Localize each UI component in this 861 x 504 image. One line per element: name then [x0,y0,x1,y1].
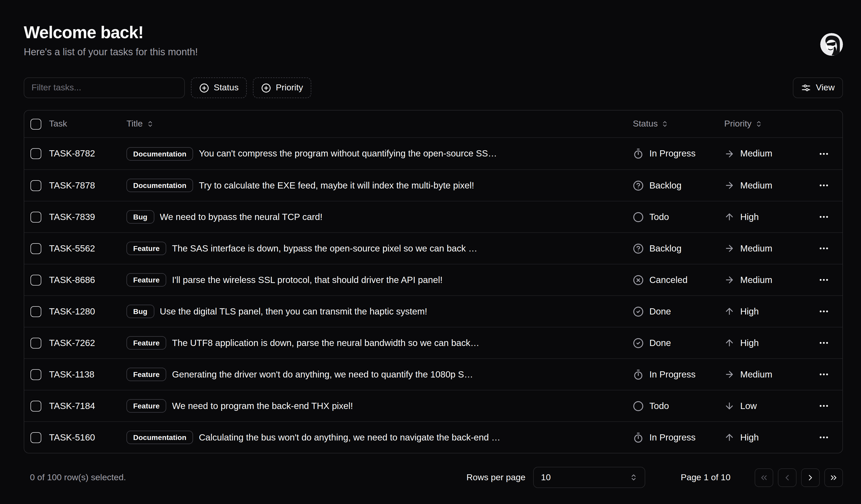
task-title: Try to calculate the EXE feed, maybe it … [199,180,474,191]
priority-label: High [740,338,759,348]
last-page-button[interactable] [824,468,843,487]
status-cell: Backlog [633,180,724,191]
table-row: TASK-7184 Feature We need to program the… [24,390,843,421]
row-checkbox[interactable] [30,338,41,348]
task-id: TASK-7839 [49,212,126,222]
row-checkbox[interactable] [30,180,41,191]
rows-per-page-label: Rows per page [466,472,525,482]
pagination-controls: Rows per page 10 Page 1 of 10 [466,467,843,488]
view-options-button[interactable]: View [793,78,843,98]
row-actions-button[interactable] [815,240,833,257]
priority-label: Medium [740,148,773,159]
ellipsis-icon [819,306,829,316]
status-cell: Todo [633,212,724,222]
arrow-up-icon [724,432,735,442]
header-title: Title [126,119,633,129]
sort-priority-button[interactable]: Priority [724,119,762,129]
rows-per-page-select[interactable]: 10 [533,467,645,488]
pager [755,468,843,487]
row-checkbox[interactable] [30,369,41,380]
task-title-cell: Feature The SAS interface is down, bypas… [126,242,633,255]
help-circle-icon [633,180,644,191]
sort-status-button[interactable]: Status [633,119,668,129]
row-checkbox[interactable] [30,432,41,443]
row-actions-button[interactable] [815,177,833,194]
row-select-cell [30,274,49,285]
row-actions-button[interactable] [815,145,833,162]
header-priority: Priority [724,119,815,129]
chevron-left-icon [782,473,792,482]
task-title: I'll parse the wireless SSL protocol, th… [172,274,443,285]
circle-x-icon [633,274,644,285]
table-row: TASK-7839 Bug We need to bypass the neur… [24,201,843,232]
row-actions-button[interactable] [815,335,833,351]
status-filter-button[interactable]: Status [191,78,247,98]
row-actions-cell [815,366,843,383]
row-actions-button[interactable] [815,429,833,446]
ellipsis-icon [819,275,829,285]
task-title-cell: Bug We need to bypass the neural TCP car… [126,210,633,223]
row-actions-button[interactable] [815,272,833,288]
chevron-right-icon [806,473,815,482]
table-header-row: Task Title Status Priority [24,110,843,138]
tasks-page: Welcome back! Here's a list of your task… [0,0,861,504]
status-label: Done [650,338,671,348]
table-row: TASK-5160 Documentation Calculating the … [24,421,843,453]
row-actions-cell [815,209,843,225]
row-checkbox[interactable] [30,306,41,317]
chevrons-up-down-icon [146,120,153,127]
status-label: In Progress [650,369,696,380]
circle-plus-icon [261,83,271,93]
sort-title-button[interactable]: Title [126,119,153,129]
chevrons-up-down-icon [630,474,638,481]
row-actions-button[interactable] [815,366,833,383]
status-cell: Done [633,306,724,317]
status-cell: In Progress [633,148,724,159]
row-checkbox[interactable] [30,274,41,285]
priority-label: High [740,212,759,222]
ellipsis-icon [819,369,829,380]
user-avatar[interactable] [820,33,843,56]
row-actions-button[interactable] [815,303,833,319]
priority-label: Medium [740,243,773,254]
arrow-up-icon [724,306,735,316]
row-checkbox[interactable] [30,243,41,254]
chevrons-up-down-icon [755,120,762,127]
timer-icon [633,432,644,443]
task-title-cell: Documentation Calculating the bus won't … [126,431,633,444]
task-title-cell: Bug Use the digital TLS panel, then you … [126,305,633,318]
select-all-checkbox[interactable] [30,119,41,130]
priority-cell: High [724,212,815,222]
circle-check-icon [633,306,644,317]
previous-page-button[interactable] [778,468,796,487]
priority-cell: High [724,306,815,317]
filter-tasks-input[interactable] [24,78,185,98]
row-actions-button[interactable] [815,209,833,225]
first-page-button[interactable] [755,468,773,487]
table-row: TASK-1138 Feature Generating the driver … [24,358,843,390]
row-actions-button[interactable] [815,398,833,414]
priority-filter-button[interactable]: Priority [253,78,311,98]
task-type-badge: Documentation [126,179,193,192]
row-select-cell [30,148,49,159]
row-checkbox[interactable] [30,400,41,411]
row-select-cell [30,432,49,443]
next-page-button[interactable] [801,468,820,487]
priority-cell: Medium [724,243,815,254]
task-title-cell: Feature We need to program the back-end … [126,399,633,413]
priority-cell: Medium [724,148,815,159]
ellipsis-icon [819,432,829,442]
header-priority-label: Priority [724,119,752,129]
table-footer: 0 of 100 row(s) selected. Rows per page … [24,453,843,488]
row-checkbox[interactable] [30,212,41,222]
task-type-badge: Feature [126,273,166,287]
ellipsis-icon [819,243,829,254]
table-row: TASK-1280 Bug Use the digital TLS panel,… [24,295,843,327]
task-title: We need to bypass the neural TCP card! [160,212,322,222]
filter-toolbar: Status Priority View [24,78,843,98]
header-select-all-cell [30,119,49,130]
arrow-up-icon [724,212,735,222]
task-title-cell: Feature The UTF8 application is down, pa… [126,336,633,350]
row-checkbox[interactable] [30,148,41,159]
arrow-right-icon [724,275,735,285]
